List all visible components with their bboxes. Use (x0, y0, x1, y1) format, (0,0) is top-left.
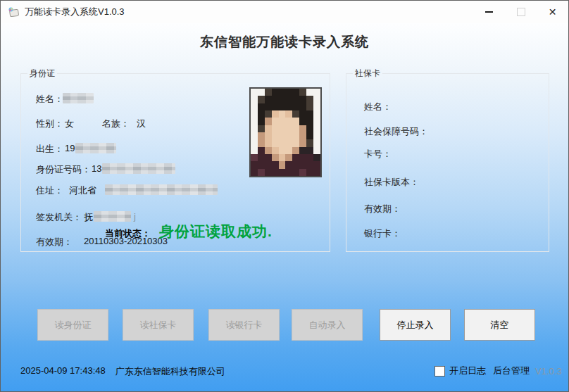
birth-value-prefix: 19 (65, 143, 75, 153)
field-row-ss-ssn: 社会保障号码： (346, 125, 549, 137)
address-value-redacted (105, 184, 218, 195)
stop-entry-button[interactable]: 停止录入 (380, 309, 451, 341)
issuer-value-suffix: j (134, 211, 136, 222)
read-social-card-button[interactable]: 读社保卡 (123, 309, 194, 341)
client-area: 东信智能万能读卡录入系统 身份证 姓名： 性别： 女 名族： 汉 出生： 19 … (1, 23, 568, 391)
ss-bankcard-label: 银行卡： (364, 227, 401, 240)
status-label: 当前状态： (105, 227, 151, 240)
app-icon (7, 6, 20, 18)
version-label: V1.0.3 (535, 366, 562, 377)
issuer-label: 签发机关： (36, 211, 82, 224)
ss-version-label: 社保卡版本： (364, 176, 419, 189)
id-card-group-label: 身份证 (27, 68, 57, 78)
id-photo-grid (249, 87, 322, 177)
clear-button[interactable]: 清空 (464, 309, 535, 341)
footer-left: 2025-04-09 17:43:48 广东东信智能科技有限公司 (20, 365, 225, 378)
log-checkbox[interactable] (434, 366, 445, 377)
window-title: 万能读卡录入系统V1.0.3 (25, 6, 125, 18)
minimize-button[interactable] (473, 1, 505, 23)
address-value-prefix: 河北省 (69, 184, 96, 197)
status-row: 当前状态： 身份证读取成功. (105, 222, 273, 241)
ethnic-label: 名族： (102, 118, 130, 130)
idnum-value-redacted (102, 163, 175, 174)
issuer-value-redacted (94, 211, 131, 222)
read-id-card-button[interactable]: 读身份证 (37, 309, 108, 341)
admin-link[interactable]: 后台管理 (493, 365, 530, 377)
close-icon: ✕ (549, 7, 557, 17)
field-row-ss-version: 社保卡版本： (346, 176, 549, 187)
social-card-group: 社保卡 姓名： 社会保障号码： 卡号： 社保卡版本： 有效期： 银行卡： (346, 73, 549, 252)
ss-validity-label: 有效期： (364, 203, 401, 215)
issuer-value-prefix: 抚 (84, 211, 93, 224)
ss-name-label: 姓名： (364, 101, 392, 113)
validity-label: 有效期： (36, 236, 73, 248)
read-bank-card-button[interactable]: 读银行卡 (208, 309, 280, 341)
social-card-group-label: 社保卡 (353, 68, 382, 78)
auto-entry-button[interactable]: 自动录入 (292, 309, 363, 341)
title-bar: 万能读卡录入系统V1.0.3 ✕ (1, 1, 568, 23)
page-title: 东信智能万能读卡录入系统 (1, 33, 568, 51)
close-button[interactable]: ✕ (537, 1, 568, 23)
field-row-ss-name: 姓名： (346, 101, 549, 112)
log-checkbox-label: 开启日志 (449, 365, 486, 377)
ss-ssn-label: 社会保障号码： (364, 125, 428, 138)
company-name: 广东东信智能科技有限公司 (115, 365, 225, 378)
window-controls: ✕ (473, 1, 568, 23)
field-row-issuer: 签发机关： 抚 j (21, 211, 330, 222)
app-window: 万能读卡录入系统V1.0.3 ✕ 东信智能万能读卡录入系统 身份证 姓名： 性别… (0, 0, 569, 392)
minimize-icon (485, 11, 493, 13)
address-label: 住址： (36, 184, 63, 197)
idnum-label: 身份证号码： (36, 163, 91, 176)
name-label: 姓名： (36, 93, 63, 106)
birth-value-redacted (75, 143, 116, 153)
name-value-redacted (63, 93, 94, 103)
status-value: 身份证读取成功. (159, 222, 273, 241)
field-row-ss-validity: 有效期： (346, 203, 549, 214)
maximize-button[interactable] (505, 1, 537, 23)
idnum-value-prefix: 13 (92, 163, 101, 174)
field-row-ss-bankcard: 银行卡： (346, 227, 549, 239)
field-row-ss-cardno: 卡号： (346, 148, 549, 159)
ss-cardno-label: 卡号： (364, 148, 392, 160)
maximize-icon (517, 8, 525, 16)
gender-label: 性别： (36, 118, 63, 130)
footer-right: 开启日志 后台管理 V1.0.3 (434, 365, 562, 377)
timestamp: 2025-04-09 17:43:48 (20, 365, 106, 378)
gender-value: 女 (65, 118, 74, 130)
birth-label: 出生： (36, 143, 63, 156)
field-row-address: 住址： 河北省 (21, 184, 330, 196)
ethnic-value: 汉 (137, 118, 146, 130)
